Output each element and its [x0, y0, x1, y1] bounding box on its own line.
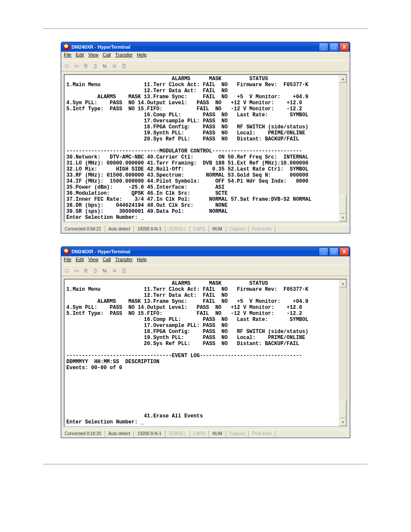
terminal-wrap: ALARMS MASK STATUS 1.Main Menu 11.Terr C…: [61, 72, 350, 225]
status-num: NUM: [209, 430, 226, 437]
terminal-output[interactable]: ALARMS MASK STATUS 1.Main Menu 11.Terr C…: [64, 74, 347, 222]
tool-copy-icon[interactable]: ⎘: [82, 62, 90, 70]
status-capture: Capture: [226, 430, 249, 437]
menu-file[interactable]: File: [64, 257, 72, 264]
menu-edit[interactable]: Edit: [76, 257, 84, 264]
tool-connect-icon[interactable]: ⇆: [101, 267, 109, 274]
menubar: File Edit View Call Transfer Help: [61, 256, 350, 265]
tool-paste-icon[interactable]: ▯: [91, 267, 99, 274]
status-rate: 19200 8-N-1: [134, 226, 165, 233]
menu-file[interactable]: File: [64, 52, 72, 60]
tool-open-icon[interactable]: ▭: [72, 62, 80, 70]
toolbar: □ ▭ ⎘ ▯ ⇆ ⎉ ⍰: [61, 61, 350, 72]
minimize-button[interactable]: _: [319, 247, 328, 256]
terminal-output[interactable]: ALARMS MASK STATUS 1.Main Menu 11.Terr C…: [64, 279, 347, 427]
status-rate: 19200 8-N-1: [134, 430, 165, 437]
status-scroll: SCROLL: [165, 226, 190, 233]
tool-props-icon[interactable]: ⍰: [120, 267, 128, 274]
status-num: NUM: [209, 226, 226, 233]
scroll-thumb[interactable]: [339, 400, 346, 418]
caption-buttons: _ □ X: [319, 43, 349, 51]
menu-edit[interactable]: Edit: [76, 52, 84, 60]
toolbar: □ ▭ ⎘ ▯ ⇆ ⎉ ⍰: [61, 265, 350, 276]
tool-copy-icon[interactable]: ⎘: [82, 267, 90, 274]
hyperterminal-window-1: DM240XR - HyperTerminal _ □ X File Edit …: [61, 42, 350, 233]
tool-paste-icon[interactable]: ▯: [91, 62, 99, 70]
maximize-button[interactable]: □: [329, 247, 339, 256]
app-icon: [64, 249, 70, 255]
page: DM240XR - HyperTerminal _ □ X File Edit …: [0, 0, 411, 464]
tool-connect-icon[interactable]: ⇆: [101, 62, 109, 70]
titlebar[interactable]: DM240XR - HyperTerminal _ □ X: [61, 247, 350, 256]
tool-new-icon[interactable]: □: [63, 62, 71, 70]
vertical-scrollbar[interactable]: ▲ ▼: [339, 75, 346, 221]
tool-open-icon[interactable]: ▭: [72, 267, 80, 274]
close-button[interactable]: X: [339, 247, 349, 256]
tool-disconn-icon[interactable]: ⎉: [110, 62, 118, 70]
app-icon: [64, 44, 70, 50]
status-caps: CAPS: [190, 430, 209, 437]
top-divider: [43, 28, 368, 29]
maximize-button[interactable]: □: [329, 43, 339, 51]
menu-transfer[interactable]: Transfer: [115, 257, 133, 264]
vertical-scrollbar[interactable]: ▲ ▼: [339, 280, 346, 426]
status-caps: CAPS: [190, 226, 209, 233]
close-button[interactable]: X: [339, 43, 349, 51]
status-print: Print echo: [249, 226, 275, 233]
menu-call[interactable]: Call: [103, 257, 111, 264]
status-detect: Auto detect: [105, 226, 134, 233]
scroll-up-icon[interactable]: ▲: [339, 280, 346, 287]
scroll-thumb[interactable]: [339, 196, 346, 214]
terminal-wrap: ALARMS MASK STATUS 1.Main Menu 11.Terr C…: [61, 276, 350, 429]
titlebar[interactable]: DM240XR - HyperTerminal _ □ X: [61, 42, 350, 52]
tool-props-icon[interactable]: ⍰: [120, 62, 128, 70]
caption-buttons: _ □ X: [319, 247, 349, 256]
hyperterminal-window-2: DM240XR - HyperTerminal _ □ X File Edit …: [61, 246, 350, 438]
menu-help[interactable]: Help: [137, 52, 147, 60]
tool-disconn-icon[interactable]: ⎉: [110, 267, 118, 274]
window-title: DM240XR - HyperTerminal: [72, 44, 131, 50]
bottom-divider: [43, 464, 368, 464]
scroll-down-icon[interactable]: ▼: [339, 214, 346, 221]
menu-transfer[interactable]: Transfer: [115, 52, 133, 60]
menubar: File Edit View Call Transfer Help: [61, 52, 350, 61]
scroll-up-icon[interactable]: ▲: [339, 75, 346, 83]
menu-help[interactable]: Help: [137, 257, 147, 264]
status-connected: Connected 0:04:22: [61, 226, 105, 233]
status-connected: Connected 0:18:20: [61, 430, 105, 437]
status-print: Print echo: [249, 430, 275, 437]
scroll-down-icon[interactable]: ▼: [339, 418, 346, 426]
scroll-track[interactable]: [339, 83, 346, 214]
status-scroll: SCROLL: [165, 430, 190, 437]
status-capture: Capture: [226, 226, 249, 233]
window-title: DM240XR - HyperTerminal: [72, 249, 131, 254]
menu-view[interactable]: View: [88, 257, 99, 264]
menu-view[interactable]: View: [88, 52, 99, 60]
minimize-button[interactable]: _: [319, 43, 328, 51]
statusbar: Connected 0:18:20 Auto detect 19200 8-N-…: [61, 429, 350, 438]
status-detect: Auto detect: [105, 430, 134, 437]
statusbar: Connected 0:04:22 Auto detect 19200 8-N-…: [61, 225, 350, 233]
scroll-track[interactable]: [339, 287, 346, 418]
tool-new-icon[interactable]: □: [63, 267, 71, 274]
menu-call[interactable]: Call: [103, 52, 111, 60]
